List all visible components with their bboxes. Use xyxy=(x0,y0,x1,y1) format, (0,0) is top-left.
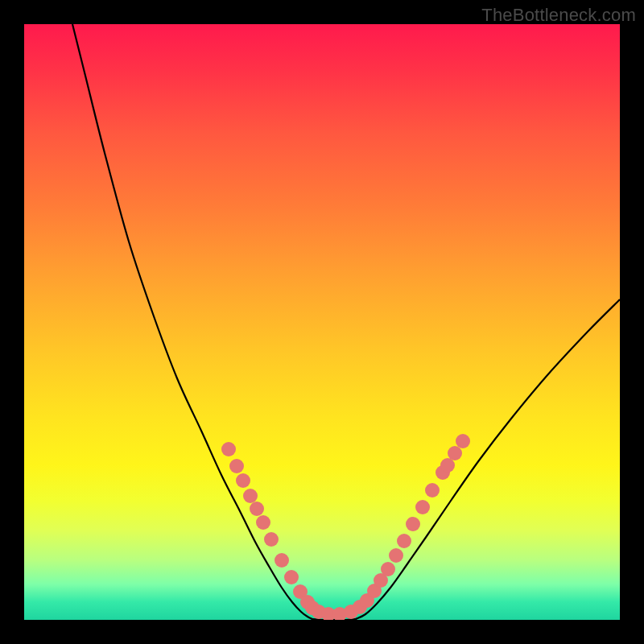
scatter-dot xyxy=(389,548,403,563)
scatter-dot xyxy=(229,459,244,473)
scatter-dot xyxy=(250,502,264,516)
watermark-text: TheBottleneck.com xyxy=(481,5,636,26)
scatter-dot xyxy=(397,534,411,548)
scatter-dot xyxy=(256,515,270,530)
scatter-dot xyxy=(264,532,279,547)
scatter-dot xyxy=(381,562,395,576)
scatter-dot xyxy=(284,570,299,584)
chart-svg xyxy=(24,24,620,620)
scatter-dot xyxy=(456,434,470,448)
scatter-dot xyxy=(275,553,289,568)
outer-frame: TheBottleneck.com xyxy=(0,0,644,644)
scatter-dot xyxy=(236,473,250,488)
scatter-dot xyxy=(243,489,258,503)
scatter-dot xyxy=(448,446,462,460)
plot-area xyxy=(24,24,620,620)
scatter-dot xyxy=(221,442,236,456)
scatter-dot xyxy=(425,483,440,497)
scatter-dot xyxy=(415,500,430,514)
scatter-dot xyxy=(440,458,455,473)
curve-path xyxy=(72,24,620,620)
scatter-dot xyxy=(406,517,420,531)
